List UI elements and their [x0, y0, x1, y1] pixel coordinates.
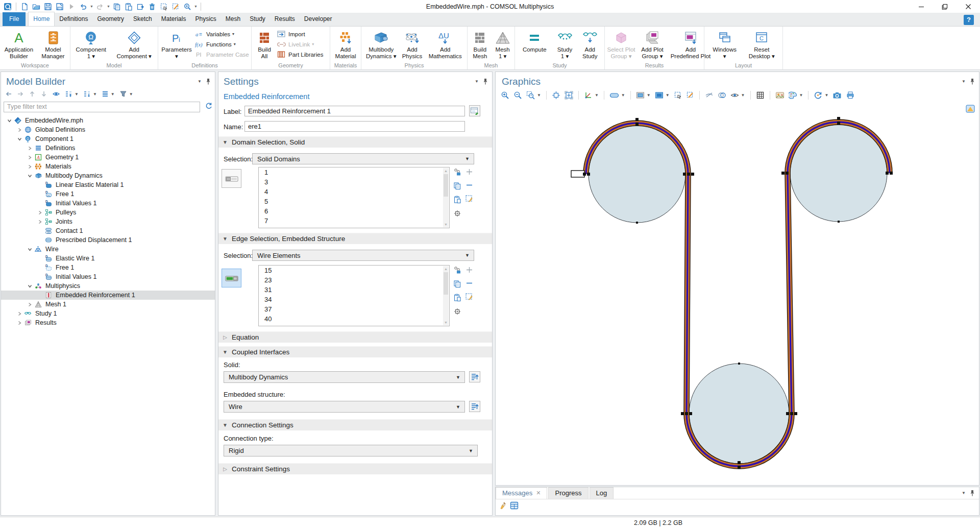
- section-constraint-settings[interactable]: ▷Constraint Settings: [218, 463, 492, 474]
- selection-list-item[interactable]: 15: [259, 266, 449, 275]
- chevron-collapsed-icon[interactable]: [26, 145, 34, 152]
- chevron-expanded-icon[interactable]: [5, 117, 14, 124]
- ribbon-windows--button[interactable]: Windows ▾: [708, 28, 741, 61]
- ribbon-compute--button[interactable]: Compute: [519, 28, 550, 61]
- view-orientation-icon[interactable]: [966, 105, 974, 112]
- qat-open-file-button[interactable]: [31, 2, 41, 12]
- menu-tab-definitions[interactable]: Definitions: [55, 12, 92, 26]
- selection-list-item[interactable]: 37: [259, 304, 449, 314]
- dropdown-arrow-icon[interactable]: ▼: [666, 93, 670, 98]
- tree-item-embeddedwire.mph[interactable]: EmbeddedWire.mph: [1, 116, 215, 125]
- selection-list-item[interactable]: 1: [259, 167, 449, 177]
- vertex-handle[interactable]: [794, 412, 797, 415]
- edit-label-button[interactable]: [469, 105, 480, 116]
- close-tab-icon[interactable]: ✕: [536, 490, 541, 496]
- chevron-collapsed-icon[interactable]: [26, 163, 34, 170]
- gx-fit-window-button[interactable]: [552, 91, 560, 100]
- ribbon-functions-button[interactable]: f(x)Functions▾: [195, 40, 251, 49]
- ribbon-import-button[interactable]: Import: [277, 30, 334, 38]
- tree-item-definitions[interactable]: Definitions: [1, 143, 215, 153]
- tree-item-free-1[interactable]: DDCFree 1: [1, 189, 215, 199]
- qat-play-button[interactable]: [66, 2, 77, 12]
- qat-deselect-box-button[interactable]: [170, 2, 181, 12]
- gx-rotate-button[interactable]: [814, 91, 822, 100]
- ribbon-livelink-button[interactable]: LiveLink▾: [277, 40, 334, 49]
- tree-item-prescribed-displacement-1[interactable]: Prescribed Displacement 1: [1, 235, 215, 245]
- pulley-domain-1[interactable]: [589, 126, 685, 223]
- vertex-handle[interactable]: [837, 122, 840, 125]
- messages-tab-log[interactable]: Log: [590, 487, 614, 499]
- name-input[interactable]: ere1: [244, 121, 465, 132]
- menu-tab-materials[interactable]: Materials: [157, 12, 191, 26]
- gx-axis-button[interactable]: [584, 91, 593, 100]
- vertex-handle[interactable]: [738, 461, 741, 464]
- filter-input[interactable]: Type filter text: [4, 102, 200, 112]
- mb-show-eye-button[interactable]: [52, 90, 60, 98]
- selection-list-item[interactable]: 31: [259, 285, 449, 295]
- mb-collapse-button[interactable]: [65, 90, 72, 98]
- scrollbar[interactable]: ▲▼: [443, 168, 449, 227]
- chevron-expanded-icon[interactable]: [26, 282, 34, 290]
- mb-columns-button[interactable]: [102, 90, 109, 98]
- pin-icon[interactable]: [483, 78, 488, 85]
- ribbon-parameter-case-button[interactable]: PParameter Case: [195, 50, 251, 59]
- tree-item-embedded-reinforcement-1[interactable]: Embedded Reinforcement 1: [1, 291, 215, 300]
- gx-print-button[interactable]: [846, 91, 855, 99]
- vertex-handle[interactable]: [890, 172, 893, 175]
- gx-grid-button[interactable]: [756, 91, 765, 100]
- section-equation[interactable]: ▷Equation: [218, 331, 492, 343]
- gx-eye-button[interactable]: [730, 92, 739, 99]
- tree-item-multibody-dynamics[interactable]: Multibody Dynamics: [1, 171, 215, 180]
- ribbon-build-all-button[interactable]: Build All: [252, 28, 277, 61]
- dropdown-arrow-icon[interactable]: ▼: [537, 93, 541, 98]
- dropdown-arrow-icon[interactable]: ▼: [741, 93, 745, 98]
- mb-filter-button[interactable]: [119, 90, 127, 98]
- vertex-handle[interactable]: [786, 412, 789, 415]
- pulley-domain-3[interactable]: [689, 364, 789, 464]
- vertex-handle[interactable]: [587, 173, 590, 176]
- ribbon-add-component-button[interactable]: Add Component ▾: [112, 28, 157, 61]
- menu-tab-sketch[interactable]: Sketch: [129, 12, 157, 26]
- dropdown-arrow-icon[interactable]: ▼: [90, 5, 93, 8]
- gx-img1-button[interactable]: [636, 91, 645, 99]
- selection-list-item[interactable]: 34: [259, 295, 449, 304]
- pin-icon[interactable]: [206, 78, 211, 85]
- tree-item-global-definitions[interactable]: Global Definitions: [1, 125, 215, 134]
- active-toggle-button[interactable]: [222, 269, 241, 287]
- chevron-collapsed-icon[interactable]: [36, 218, 44, 225]
- vertex-handle[interactable]: [790, 412, 793, 415]
- vertex-handle[interactable]: [786, 172, 789, 175]
- tree-item-mesh-1[interactable]: Mesh 1: [1, 300, 215, 309]
- dropdown-arrow-icon[interactable]: ▼: [824, 93, 828, 98]
- gx-zoom-in-button[interactable]: [501, 91, 509, 100]
- dropdown-arrow-icon[interactable]: ▼: [595, 93, 599, 98]
- chevron-collapsed-icon[interactable]: [15, 319, 24, 326]
- tree-item-study-1[interactable]: Study 1: [1, 309, 215, 318]
- paste-selection-button[interactable]: [453, 196, 461, 204]
- dropdown-arrow-icon[interactable]: ▼: [111, 92, 115, 97]
- tree-item-free-1[interactable]: DFree 1: [1, 263, 215, 272]
- gx-hide-button[interactable]: [705, 91, 714, 99]
- selection-list-item[interactable]: 23: [259, 275, 449, 285]
- panel-menu-icon[interactable]: ▼: [475, 79, 479, 84]
- ribbon-variables-button[interactable]: a=Variables▾: [195, 30, 251, 38]
- zoom-to-selection-button[interactable]: [453, 209, 461, 218]
- graphics-canvas[interactable]: [496, 103, 979, 485]
- selection-list-item[interactable]: 6: [259, 206, 449, 216]
- chevron-expanded-icon[interactable]: [26, 172, 34, 179]
- tree-item-joints[interactable]: Joints: [1, 217, 215, 226]
- ribbon-parameters--button[interactable]: Pi Parameters ▾: [158, 28, 195, 61]
- tree-item-geometry-1[interactable]: AGeometry 1: [1, 153, 215, 162]
- go-to-source-button[interactable]: [469, 401, 480, 412]
- brush-selection-button[interactable]: [465, 293, 473, 301]
- ribbon-add-study-button[interactable]: Add Study: [580, 28, 600, 61]
- dropdown-arrow-icon[interactable]: ▼: [621, 93, 625, 98]
- qat-save-as-button[interactable]: [55, 2, 65, 12]
- tree-item-pulleys[interactable]: Pulleys: [1, 208, 215, 217]
- msg-broom-button[interactable]: [499, 501, 507, 510]
- qat-save-button[interactable]: [43, 2, 53, 12]
- edge-selection-dropdown[interactable]: Wire Elements▼: [252, 250, 474, 261]
- mb-arrow-up-button[interactable]: [29, 90, 36, 98]
- gx-camera-button[interactable]: [832, 91, 842, 99]
- vertex-handle[interactable]: [837, 117, 840, 120]
